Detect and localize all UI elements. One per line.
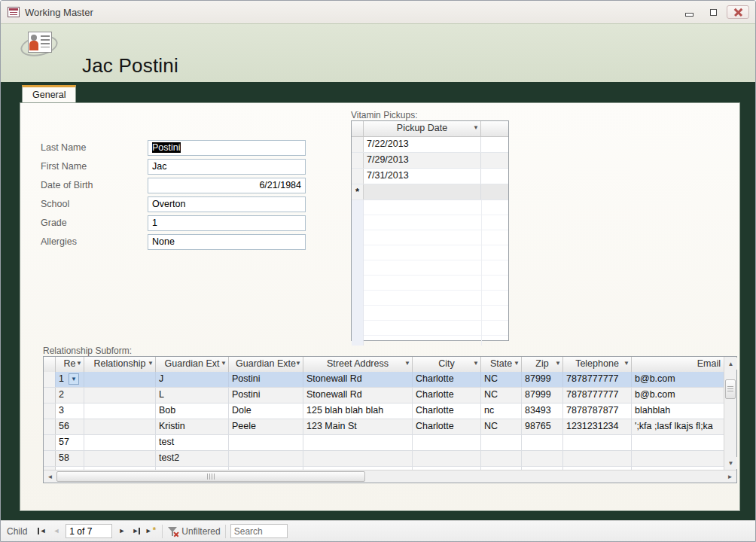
row-selector[interactable] xyxy=(352,137,364,152)
chevron-down-icon: ▼ xyxy=(221,360,227,367)
column-header-city[interactable]: City▼ xyxy=(413,357,481,372)
column-header-street-address[interactable]: Street Address▼ xyxy=(303,357,413,372)
vitamin-pickups-label: Vitamin Pickups: xyxy=(351,110,417,120)
pickup-date-column-header[interactable]: Pickup Date▼ xyxy=(364,121,481,136)
previous-record-button[interactable]: ◄ xyxy=(49,524,63,538)
row-selector[interactable] xyxy=(44,372,56,387)
table-row[interactable]: 2 L Postini Stonewall Rd Charlotte NC 87… xyxy=(44,388,725,403)
column-header-telephone[interactable]: Telephone▼ xyxy=(563,357,632,372)
re-combo-cell[interactable]: 1▼ xyxy=(56,372,84,387)
chevron-down-icon: ▼ xyxy=(514,360,520,367)
last-name-label: Last Name xyxy=(41,142,86,153)
new-record-icon[interactable]: * xyxy=(352,184,364,199)
form-icon xyxy=(8,7,20,17)
column-header-email[interactable]: Email xyxy=(632,357,725,372)
search-input[interactable] xyxy=(230,524,288,538)
filter-status-label: Unfiltered xyxy=(181,526,220,537)
row-selector[interactable] xyxy=(44,419,56,434)
first-name-label: First Name xyxy=(41,161,87,172)
general-tab-panel: Last Name First Name Date of Birth Schoo… xyxy=(20,102,740,511)
chevron-down-icon: ▼ xyxy=(404,360,410,367)
filter-icon xyxy=(167,526,178,537)
restore-icon xyxy=(710,9,717,16)
navigator-label: Child xyxy=(7,526,27,537)
grade-label: Grade xyxy=(41,218,67,228)
relationship-header-row: Re▼ Relationship▼ Guardian Ext▼ Guardian… xyxy=(44,357,725,372)
scroll-down-icon[interactable]: ▼ xyxy=(724,457,737,469)
row-selector[interactable] xyxy=(352,153,364,168)
table-row[interactable]: 7/31/2013 xyxy=(352,169,508,184)
close-button[interactable] xyxy=(727,5,749,19)
select-all-cell[interactable] xyxy=(352,121,364,136)
vitamin-header-row: Pickup Date▼ xyxy=(352,121,508,137)
allergies-field[interactable]: None xyxy=(148,234,306,250)
filter-status-button[interactable]: Unfiltered xyxy=(167,526,220,537)
chevron-down-icon: ▼ xyxy=(473,124,479,131)
datasheet-empty-area xyxy=(352,200,508,346)
table-row[interactable]: 7/22/2013 xyxy=(352,137,508,153)
column-header-re[interactable]: Re▼ xyxy=(56,357,84,372)
table-row[interactable]: 58 test2 xyxy=(44,451,725,467)
vertical-scrollbar[interactable]: ▲ ▼ xyxy=(724,357,736,470)
select-all-cell[interactable] xyxy=(44,357,56,372)
table-row[interactable]: 3 Bob Dole 125 blah blah blah Charlotte … xyxy=(44,403,725,419)
scroll-up-icon[interactable]: ▲ xyxy=(724,358,737,370)
scroll-right-icon[interactable]: ► xyxy=(724,470,736,483)
dob-field[interactable]: 6/21/1984 xyxy=(148,178,306,193)
chevron-down-icon: ▼ xyxy=(148,360,154,367)
chevron-down-icon: ▼ xyxy=(555,360,561,367)
combo-dropdown-button[interactable]: ▼ xyxy=(69,373,79,385)
new-record-button[interactable]: ►* xyxy=(143,524,157,538)
dob-label: Date of Birth xyxy=(41,180,93,190)
minimize-button[interactable] xyxy=(678,5,700,19)
allergies-label: Allergies xyxy=(41,236,77,247)
last-name-field[interactable]: Postini xyxy=(148,140,306,156)
first-name-field[interactable]: Jac xyxy=(148,159,306,175)
close-icon xyxy=(734,8,742,17)
chevron-down-icon: ▼ xyxy=(623,360,629,367)
last-record-button[interactable]: ► xyxy=(129,524,143,538)
title-bar: Working Master xyxy=(1,1,755,23)
scrollbar-thumb[interactable] xyxy=(56,471,365,482)
app-window: Working Master Jac Postini Save and New … xyxy=(0,0,756,542)
row-selector[interactable] xyxy=(352,169,364,184)
next-record-button[interactable]: ► xyxy=(114,524,129,538)
restore-button[interactable] xyxy=(703,5,724,19)
column-header-zip[interactable]: Zip▼ xyxy=(522,357,563,372)
chevron-down-icon: ▼ xyxy=(76,360,82,367)
chevron-down-icon: ▼ xyxy=(473,360,479,367)
school-field[interactable]: Overton xyxy=(148,196,306,212)
column-header-guardian-ext[interactable]: Guardian Ext▼ xyxy=(156,357,229,372)
row-selector[interactable] xyxy=(44,451,56,466)
relationship-subform-label: Relationship Subform: xyxy=(43,346,132,356)
row-selector[interactable] xyxy=(44,435,56,450)
current-record-box[interactable]: 1 of 7 xyxy=(66,524,112,538)
table-row[interactable]: 1▼ J Postini Stonewall Rd Charlotte NC 8… xyxy=(44,372,725,388)
vitamin-pickups-datasheet: Pickup Date▼ 7/22/2013 7/29/2013 7/31/20… xyxy=(351,120,509,341)
record-navigator: Child ◄ ◄ 1 of 7 ► ► ►* Unfiltered xyxy=(1,520,755,541)
contact-card-icon xyxy=(20,30,59,60)
first-record-button[interactable]: ◄ xyxy=(35,524,49,538)
relationship-datasheet: Re▼ Relationship▼ Guardian Ext▼ Guardian… xyxy=(43,356,737,483)
column-header-guardian-exte[interactable]: Guardian Exte▼ xyxy=(229,357,303,372)
window-title: Working Master xyxy=(25,7,93,18)
table-row[interactable]: 57 test xyxy=(44,435,725,451)
scroll-left-icon[interactable]: ◄ xyxy=(44,470,56,483)
form-header: Jac Postini Save and New Save and Close xyxy=(1,23,755,82)
new-record-row[interactable]: * xyxy=(352,184,508,200)
tab-general[interactable]: General xyxy=(22,85,76,102)
row-selector[interactable] xyxy=(44,403,56,419)
row-selector[interactable] xyxy=(44,388,56,403)
table-row[interactable]: 7/29/2013 xyxy=(352,153,508,169)
scrollbar-thumb[interactable] xyxy=(725,379,736,399)
school-label: School xyxy=(41,199,69,209)
grade-field[interactable]: 1 xyxy=(148,215,306,231)
minimize-icon xyxy=(685,13,694,17)
column-header-relationship[interactable]: Relationship▼ xyxy=(84,357,156,372)
column-header-state[interactable]: State▼ xyxy=(481,357,522,372)
table-row[interactable]: 56 Kristin Peele 123 Main St Charlotte N… xyxy=(44,419,725,435)
horizontal-scrollbar[interactable]: ◄ ► xyxy=(44,470,736,483)
page-title: Jac Postini xyxy=(82,54,178,78)
chevron-down-icon: ▼ xyxy=(295,360,301,367)
